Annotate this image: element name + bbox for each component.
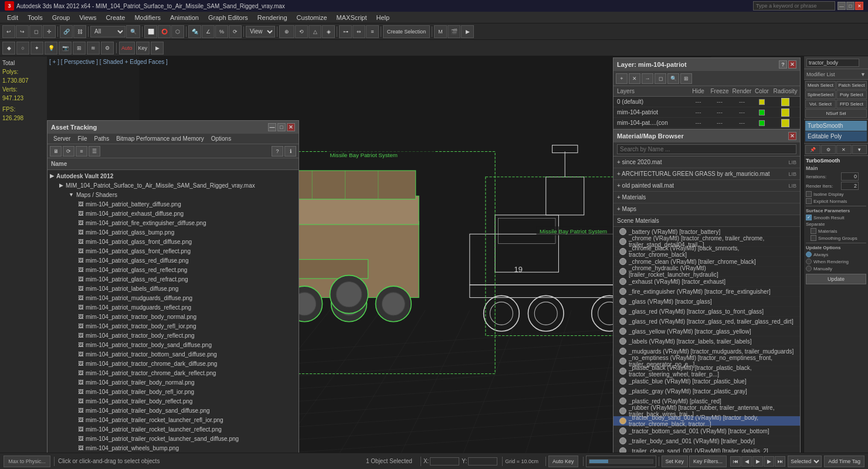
rotate-transform-button[interactable]: ⟲: [295, 25, 308, 38]
spline-select-button[interactable]: SplineSelect: [805, 90, 836, 99]
undo-button[interactable]: ↩: [2, 25, 15, 38]
asset-minimize-button[interactable]: —: [268, 123, 276, 131]
mat-section-3[interactable]: + Materials: [613, 192, 800, 203]
asset-file-22[interactable]: 🖼 mim-104_patriot_trailer_body_sand_diff…: [48, 406, 299, 415]
object-name-input[interactable]: [806, 59, 859, 67]
asset-file-8[interactable]: 🖼 mim-104_patriot_glass_red_refract.png: [48, 274, 299, 284]
vol-select-button[interactable]: Vol. Select: [805, 100, 836, 108]
asset-refresh-btn[interactable]: ⟳: [63, 146, 74, 157]
stack-pin-button[interactable]: 📌: [805, 145, 820, 154]
menu-tools[interactable]: Tools: [23, 13, 48, 22]
vault-root[interactable]: ▶ Autodesk Vault 2012: [48, 171, 299, 181]
shapes-btn[interactable]: ✦: [30, 42, 43, 55]
asset-menu-bitmap[interactable]: Bitmap Performance and Memory: [113, 135, 208, 142]
turbosmooth-stack-item[interactable]: TurboSmooth: [805, 121, 867, 131]
layer-merge-btn[interactable]: ⊞: [680, 73, 692, 84]
material-browser-close-button[interactable]: ✕: [788, 132, 796, 140]
smooth-result-checkbox[interactable]: ✓: [806, 215, 812, 220]
layer-header[interactable]: Layer: mim-104-patriot ? ✕: [613, 58, 800, 71]
go-start-button[interactable]: ⏮: [730, 456, 741, 467]
move-button[interactable]: ✛: [43, 25, 56, 38]
editable-poly-stack-item[interactable]: Editable Poly: [805, 131, 867, 142]
move-transform-button[interactable]: ⊕: [279, 25, 294, 38]
layer-help-button[interactable]: ?: [779, 60, 787, 69]
layer-radiosity-dot-1[interactable]: [781, 108, 789, 117]
go-end-button[interactable]: ⏭: [775, 456, 785, 467]
spacewarps-btn[interactable]: ≋: [87, 42, 100, 55]
asset-file-9[interactable]: 🖼 mim-104_patriot_labels_diffuse.png: [48, 284, 299, 293]
pivot-button[interactable]: ⊶: [339, 25, 352, 38]
mat-item-4[interactable]: _chrome_hydraulic (VRayMtl) [trailer_roc…: [613, 267, 800, 277]
maximize-button[interactable]: □: [846, 2, 855, 10]
asset-file-10[interactable]: 🖼 mim-104_patriot_mudguards_diffuse.png: [48, 293, 299, 303]
mat-item-15[interactable]: _plastic_blue (VRayMtl) [tractor_plastic…: [613, 376, 800, 386]
iterations-input[interactable]: [841, 172, 859, 181]
asset-file-15[interactable]: 🖼 mim-104_patriot_tractor_body_sand_diff…: [48, 340, 299, 349]
materials-checkbox[interactable]: [811, 228, 816, 234]
timeline[interactable]: [586, 456, 656, 467]
isoline-checkbox[interactable]: [806, 191, 812, 197]
mat-item-2[interactable]: _chrome_black (VRayMtl) [back_smmorts, t…: [613, 247, 800, 257]
menu-graph-editors[interactable]: Graph Editors: [204, 13, 253, 22]
cameras-btn[interactable]: 📷: [59, 42, 72, 55]
layer-new-btn[interactable]: +: [616, 73, 628, 84]
asset-tree[interactable]: ▶ Autodesk Vault 2012 ▶ MIM_104_Patriot_…: [48, 170, 299, 463]
snap-button[interactable]: 🔩: [188, 25, 201, 38]
asset-file-23[interactable]: 🖼 mim-104_patriot_trailer_rocket_launche…: [48, 415, 299, 424]
layer-row-2[interactable]: mim-104-pat....(con --- --- ---: [613, 118, 800, 128]
layer-color-dot-1[interactable]: [759, 110, 765, 115]
search-input[interactable]: [753, 1, 835, 11]
layer-close-button[interactable]: ✕: [788, 60, 796, 69]
menu-create[interactable]: Create: [101, 13, 130, 22]
create-tab[interactable]: ◆: [2, 42, 15, 55]
asset-server-btn[interactable]: 🖥: [50, 146, 62, 157]
view-select[interactable]: View: [246, 26, 275, 38]
mirror-button[interactable]: ⇔: [352, 25, 365, 38]
mat-item-21[interactable]: _trailer_body_sand_001 (VRayMtl) [traile…: [613, 436, 800, 446]
unlink-button[interactable]: ⛓: [73, 25, 86, 38]
auto-key-btn[interactable]: Auto: [119, 42, 135, 55]
play-btn[interactable]: ▶: [151, 42, 164, 55]
mat-item-7[interactable]: _glass (VRayMtl) [tractor_glass]: [613, 297, 800, 307]
create-selection-button[interactable]: Create Selection: [383, 25, 430, 38]
autokey-button[interactable]: Auto Key: [548, 456, 578, 467]
asset-menu-server[interactable]: Server: [50, 135, 74, 142]
layer-color-dot-0[interactable]: [759, 99, 765, 105]
keyfilters-button[interactable]: Key Filters...: [689, 456, 727, 467]
menu-edit[interactable]: Edit: [2, 13, 23, 22]
asset-file-25[interactable]: 🖼 mim-104_patriot_trailer_rocket_launche…: [48, 434, 299, 443]
layer-row-0[interactable]: 0 (default) --- --- ---: [613, 97, 800, 107]
timeline-mode-select[interactable]: Selected: [788, 456, 822, 467]
when-rendering-radio[interactable]: [806, 259, 812, 264]
menu-help[interactable]: Help: [372, 13, 395, 22]
material-editor-button[interactable]: M: [434, 25, 447, 38]
asset-file-26[interactable]: 🖼 mim-104_patriot_wheels_bump.png: [48, 443, 299, 453]
asset-file-4[interactable]: 🖼 mim-104_patriot_glass_front_diffuse.pn…: [48, 237, 299, 246]
mat-section-1[interactable]: + ARCHITECTURAL GREEN GRASS by ark_mauri…: [613, 168, 800, 180]
layer-radiosity-dot-2[interactable]: [781, 119, 789, 127]
asset-file-14[interactable]: 🖼 mim-104_patriot_tractor_body_reflect.p…: [48, 331, 299, 340]
next-frame-button[interactable]: ▶: [764, 456, 774, 467]
asset-file-5[interactable]: 🖼 mim-104_patriot_glass_front_reflect.pn…: [48, 246, 299, 256]
asset-file-21[interactable]: 🖼 mim-104_patriot_trailer_body_reflect.p…: [48, 396, 299, 406]
y-input[interactable]: [468, 457, 497, 465]
asset-file[interactable]: ▶ MIM_104_Patriot_Surface_to_Air_Missile…: [48, 181, 299, 190]
asset-file-2[interactable]: 🖼 mim-104_patriot_fire_extinguisher_diff…: [48, 218, 299, 227]
nsurf-sel-button[interactable]: NSurf Sel: [805, 109, 867, 118]
geometry-btn[interactable]: ○: [16, 42, 29, 55]
smoothing-groups-checkbox[interactable]: [811, 235, 816, 241]
prev-frame-button[interactable]: ◀: [741, 456, 752, 467]
asset-restore-button[interactable]: □: [277, 123, 286, 131]
mat-section-2[interactable]: + old painted wall.mat LIB: [613, 180, 800, 192]
lights-btn[interactable]: 💡: [45, 42, 57, 55]
asset-file-13[interactable]: 🖼 mim-104_patriot_tractor_body_refl_ior.…: [48, 321, 299, 331]
scale-transform-button[interactable]: △: [308, 25, 321, 38]
asset-file-7[interactable]: 🖼 mim-104_patriot_glass_red_reflect.png: [48, 265, 299, 274]
render-button[interactable]: ▶: [461, 25, 474, 38]
circle-select-button[interactable]: ⭕: [158, 25, 171, 38]
material-search-input[interactable]: [617, 144, 796, 154]
asset-file-18[interactable]: 🖼 mim-104_patriot_tractor_chrome_dark_re…: [48, 368, 299, 378]
stack-options-button[interactable]: ▼: [852, 145, 867, 154]
play-button[interactable]: ▶: [752, 456, 763, 467]
mat-item-9[interactable]: _glass_red (VRayMtl) [tractor_glass_red,…: [613, 317, 800, 327]
